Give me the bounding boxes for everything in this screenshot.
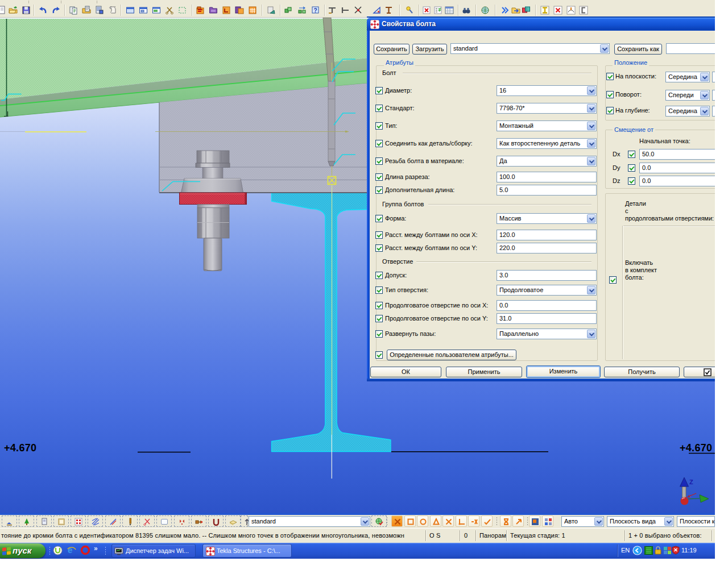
svg-text:?: ? (314, 7, 317, 14)
svg-text:e: e (68, 545, 72, 555)
svg-text:+4.670: +4.670 (680, 442, 712, 454)
svg-text:+4.670: +4.670 (4, 442, 36, 454)
svg-text:Z: Z (689, 479, 693, 485)
svg-text:x: x (688, 493, 691, 499)
